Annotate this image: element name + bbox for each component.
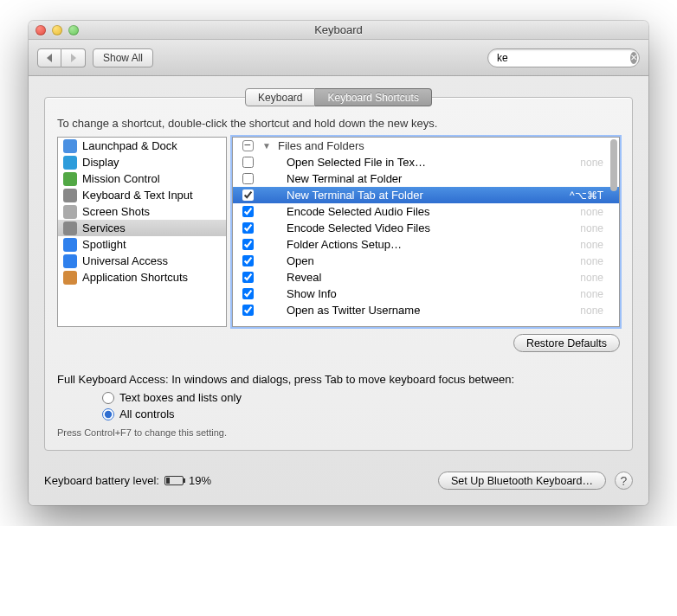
forward-button[interactable]	[61, 48, 86, 67]
sidebar-item-display[interactable]: Display	[58, 154, 226, 170]
help-button[interactable]: ?	[615, 472, 633, 490]
shortcut-checkbox[interactable]	[242, 305, 254, 316]
shortcut-row[interactable]: Show Infonone	[233, 286, 619, 302]
shortcut-row[interactable]: Encode Selected Audio Filesnone	[233, 203, 619, 220]
fka-radios: Text boxes and lists only All controls	[57, 386, 620, 422]
apps-icon	[63, 271, 77, 285]
access-icon	[63, 254, 77, 268]
shortcut-row[interactable]: Opennone	[233, 253, 619, 269]
scrollbar-thumb[interactable]	[610, 139, 617, 191]
launchpad-icon	[63, 139, 77, 153]
shortcut-key: none	[580, 255, 607, 267]
tab-shortcuts[interactable]: Keyboard Shortcuts	[315, 88, 431, 106]
shortcut-key: ^⌥⌘T	[570, 189, 607, 202]
sidebar-item-services[interactable]: Services	[58, 220, 226, 236]
shortcut-row[interactable]: Open as Twitter Usernamenone	[233, 302, 619, 318]
shortcut-label: Reveal	[287, 271, 580, 284]
scrollbar[interactable]	[609, 139, 617, 324]
shortcut-key: none	[580, 272, 607, 284]
shortcut-key: none	[580, 239, 607, 251]
shortcut-key: none	[580, 157, 607, 169]
shortcut-label: New Terminal Tab at Folder	[287, 189, 570, 202]
shortcut-checkbox[interactable]	[242, 173, 254, 184]
shortcut-row[interactable]: Encode Selected Video Filesnone	[233, 220, 619, 236]
shortcut-checkbox[interactable]	[242, 222, 254, 234]
zoom-button[interactable]	[68, 25, 79, 35]
shortcut-label: Show Info	[287, 287, 580, 300]
sidebar-item-screen[interactable]: Screen Shots	[58, 203, 226, 220]
sidebar-item-label: Keyboard & Text Input	[82, 189, 193, 202]
shortcut-row[interactable]: New Terminal Tab at Folder^⌥⌘T	[233, 187, 619, 203]
back-button[interactable]	[37, 48, 61, 67]
shortcut-checkbox[interactable]	[242, 206, 254, 217]
shortcut-label: Open Selected File in Tex…	[287, 156, 580, 169]
shortcut-checkbox[interactable]	[242, 255, 254, 266]
shortcut-label: Encode Selected Video Files	[287, 221, 580, 234]
full-keyboard-access-label: Full Keyboard Access: In windows and dia…	[57, 373, 620, 386]
shortcut-key: none	[580, 288, 607, 300]
display-icon	[63, 156, 77, 170]
services-icon	[63, 221, 77, 235]
search-input[interactable]	[497, 52, 627, 64]
shortcut-label: Open	[287, 254, 580, 267]
shortcut-label: Encode Selected Audio Files	[287, 205, 580, 218]
group-label: Files and Folders	[278, 139, 607, 152]
spotlight-icon	[63, 238, 77, 252]
shortcut-checkbox[interactable]	[242, 239, 254, 250]
shortcut-row[interactable]: Open Selected File in Tex…none	[233, 154, 619, 170]
preferences-window: Keyboard Show All ✕ Keyboard Keyboard Sh…	[29, 21, 648, 505]
sidebar-item-apps[interactable]: Application Shortcuts	[58, 269, 226, 286]
shortcut-row[interactable]: Revealnone	[233, 269, 619, 286]
category-list[interactable]: Launchpad & DockDisplayMission ControlKe…	[57, 137, 227, 327]
shortcut-row[interactable]: New Terminal at Folder	[233, 170, 619, 187]
shortcut-checkbox[interactable]	[242, 288, 254, 299]
battery-icon	[164, 476, 184, 485]
keyboard-icon	[63, 189, 77, 202]
toolbar: Show All ✕	[29, 40, 648, 76]
sidebar-item-label: Spotlight	[82, 238, 126, 251]
radio-text-boxes[interactable]: Text boxes and lists only	[102, 389, 620, 406]
panel-hint: To change a shortcut, double-click the s…	[57, 117, 620, 130]
shortcut-key: none	[580, 222, 607, 234]
sidebar-item-spotlight[interactable]: Spotlight	[58, 236, 226, 253]
nav-segmented	[37, 48, 86, 67]
shortcut-list[interactable]: ▼Files and FoldersOpen Selected File in …	[232, 137, 620, 327]
window-title: Keyboard	[29, 23, 648, 36]
sidebar-item-access[interactable]: Universal Access	[58, 253, 226, 269]
show-all-button[interactable]: Show All	[93, 48, 153, 67]
minimize-button[interactable]	[52, 25, 62, 35]
sidebar-item-label: Screen Shots	[82, 205, 150, 218]
titlebar: Keyboard	[29, 21, 648, 40]
shortcuts-panel: To change a shortcut, double-click the s…	[44, 97, 633, 451]
sidebar-item-label: Display	[82, 156, 119, 169]
search-field[interactable]: ✕	[487, 48, 640, 67]
group-checkbox[interactable]	[242, 140, 254, 151]
sidebar-item-launchpad[interactable]: Launchpad & Dock	[58, 138, 226, 154]
restore-defaults-button[interactable]: Restore Defaults	[513, 334, 620, 352]
shortcut-label: Open as Twitter Username	[287, 304, 580, 317]
shortcut-checkbox[interactable]	[242, 272, 254, 283]
sidebar-item-mission[interactable]: Mission Control	[58, 170, 226, 187]
sidebar-item-label: Services	[82, 221, 126, 234]
shortcut-row[interactable]: Folder Actions Setup…none	[233, 236, 619, 253]
screen-icon	[63, 205, 77, 219]
fka-note: Press Control+F7 to change this setting.	[57, 427, 620, 438]
sidebar-item-label: Application Shortcuts	[82, 271, 188, 284]
shortcut-checkbox[interactable]	[242, 189, 254, 201]
setup-bluetooth-button[interactable]: Set Up Bluetooth Keyboard…	[438, 472, 606, 490]
sidebar-item-keyboard[interactable]: Keyboard & Text Input	[58, 187, 226, 203]
clear-search-icon[interactable]: ✕	[630, 52, 637, 64]
battery-status: Keyboard battery level: 19%	[44, 474, 211, 487]
shortcut-group-header[interactable]: ▼Files and Folders	[233, 138, 619, 154]
tab-keyboard[interactable]: Keyboard	[245, 88, 315, 106]
shortcut-label: New Terminal at Folder	[287, 172, 603, 185]
close-button[interactable]	[35, 25, 46, 35]
sidebar-item-label: Universal Access	[82, 254, 168, 267]
disclosure-triangle-icon[interactable]: ▼	[262, 141, 278, 151]
radio-all-controls[interactable]: All controls	[102, 406, 620, 422]
battery-label: Keyboard battery level:	[44, 474, 159, 487]
mission-icon	[63, 172, 77, 186]
battery-percent: 19%	[189, 474, 211, 487]
shortcut-checkbox[interactable]	[242, 157, 254, 168]
content: Keyboard Keyboard Shortcuts To change a …	[29, 76, 648, 505]
